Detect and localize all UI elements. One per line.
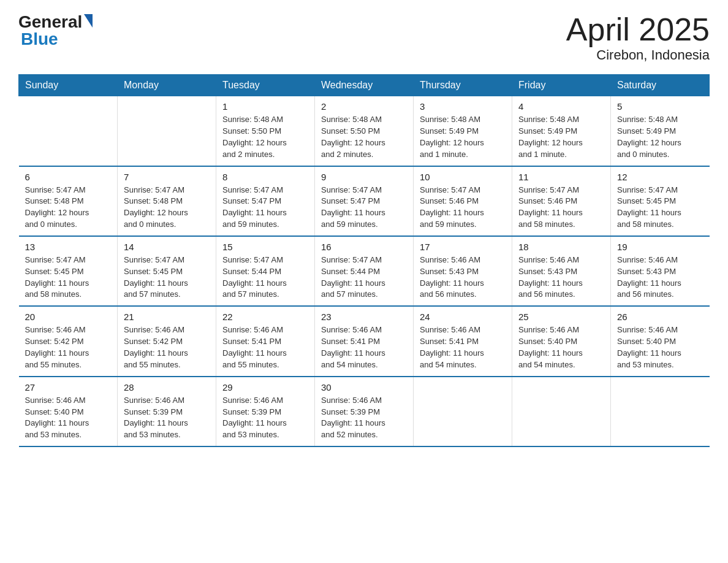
calendar-cell: 19Sunrise: 5:46 AM Sunset: 5:43 PM Dayli… <box>611 236 710 306</box>
calendar-cell: 28Sunrise: 5:46 AM Sunset: 5:39 PM Dayli… <box>118 377 216 446</box>
day-info: Sunrise: 5:47 AM Sunset: 5:44 PM Dayligh… <box>222 255 308 301</box>
calendar-cell: 24Sunrise: 5:46 AM Sunset: 5:41 PM Dayli… <box>414 306 512 376</box>
title-block: April 2025 Cirebon, Indonesia <box>566 12 710 63</box>
day-info: Sunrise: 5:47 AM Sunset: 5:47 PM Dayligh… <box>222 185 308 231</box>
day-info: Sunrise: 5:46 AM Sunset: 5:41 PM Dayligh… <box>420 324 506 370</box>
day-number: 9 <box>321 172 407 182</box>
day-info: Sunrise: 5:47 AM Sunset: 5:45 PM Dayligh… <box>25 255 112 301</box>
day-of-week-header: Monday <box>118 75 216 96</box>
calendar-cell: 5Sunrise: 5:48 AM Sunset: 5:49 PM Daylig… <box>611 96 710 166</box>
page-header: General Blue April 2025 Cirebon, Indones… <box>18 12 710 63</box>
day-number: 19 <box>617 242 703 252</box>
day-info: Sunrise: 5:47 AM Sunset: 5:48 PM Dayligh… <box>25 185 112 231</box>
day-info: Sunrise: 5:48 AM Sunset: 5:50 PM Dayligh… <box>321 114 407 160</box>
calendar-cell: 20Sunrise: 5:46 AM Sunset: 5:42 PM Dayli… <box>19 306 118 376</box>
day-info: Sunrise: 5:46 AM Sunset: 5:40 PM Dayligh… <box>518 324 604 370</box>
day-number: 3 <box>420 101 506 112</box>
day-of-week-header: Wednesday <box>315 75 414 96</box>
day-of-week-header: Sunday <box>19 75 118 96</box>
calendar-cell: 23Sunrise: 5:46 AM Sunset: 5:41 PM Dayli… <box>315 306 414 376</box>
calendar-week-row: 13Sunrise: 5:47 AM Sunset: 5:45 PM Dayli… <box>19 236 710 306</box>
day-info: Sunrise: 5:48 AM Sunset: 5:49 PM Dayligh… <box>617 114 703 160</box>
calendar-cell: 30Sunrise: 5:46 AM Sunset: 5:39 PM Dayli… <box>315 377 414 446</box>
day-number: 23 <box>321 312 407 322</box>
day-number: 17 <box>420 242 506 252</box>
day-info: Sunrise: 5:47 AM Sunset: 5:48 PM Dayligh… <box>124 185 210 231</box>
day-number: 26 <box>617 312 703 322</box>
calendar-cell: 27Sunrise: 5:46 AM Sunset: 5:40 PM Dayli… <box>19 377 118 446</box>
day-number: 22 <box>222 312 308 322</box>
day-number: 20 <box>25 312 112 322</box>
day-of-week-header: Friday <box>512 75 611 96</box>
day-info: Sunrise: 5:46 AM Sunset: 5:40 PM Dayligh… <box>617 324 703 370</box>
calendar-week-row: 20Sunrise: 5:46 AM Sunset: 5:42 PM Dayli… <box>19 306 710 376</box>
day-of-week-header: Thursday <box>414 75 512 96</box>
day-number: 8 <box>222 172 308 182</box>
calendar-cell <box>414 377 512 446</box>
day-info: Sunrise: 5:46 AM Sunset: 5:39 PM Dayligh… <box>124 395 210 441</box>
calendar-cell <box>611 377 710 446</box>
calendar-cell <box>512 377 611 446</box>
calendar-table: SundayMondayTuesdayWednesdayThursdayFrid… <box>18 74 710 447</box>
day-number: 10 <box>420 172 506 182</box>
day-number: 27 <box>25 382 112 393</box>
calendar-cell: 26Sunrise: 5:46 AM Sunset: 5:40 PM Dayli… <box>611 306 710 376</box>
day-info: Sunrise: 5:48 AM Sunset: 5:50 PM Dayligh… <box>222 114 308 160</box>
calendar-cell: 15Sunrise: 5:47 AM Sunset: 5:44 PM Dayli… <box>216 236 315 306</box>
calendar-cell: 29Sunrise: 5:46 AM Sunset: 5:39 PM Dayli… <box>216 377 315 446</box>
day-info: Sunrise: 5:46 AM Sunset: 5:41 PM Dayligh… <box>222 324 308 370</box>
logo-blue-text: Blue <box>21 29 58 48</box>
day-number: 4 <box>518 101 604 112</box>
calendar-cell: 6Sunrise: 5:47 AM Sunset: 5:48 PM Daylig… <box>19 166 118 236</box>
day-number: 25 <box>518 312 604 322</box>
day-number: 30 <box>321 382 407 393</box>
calendar-cell: 7Sunrise: 5:47 AM Sunset: 5:48 PM Daylig… <box>118 166 216 236</box>
day-info: Sunrise: 5:46 AM Sunset: 5:40 PM Dayligh… <box>25 395 112 441</box>
day-number: 5 <box>617 101 703 112</box>
calendar-cell: 22Sunrise: 5:46 AM Sunset: 5:41 PM Dayli… <box>216 306 315 376</box>
calendar-cell: 11Sunrise: 5:47 AM Sunset: 5:46 PM Dayli… <box>512 166 611 236</box>
day-info: Sunrise: 5:47 AM Sunset: 5:45 PM Dayligh… <box>617 185 703 231</box>
day-number: 29 <box>222 382 308 393</box>
day-info: Sunrise: 5:47 AM Sunset: 5:46 PM Dayligh… <box>420 185 506 231</box>
day-number: 13 <box>25 242 112 252</box>
logo: General Blue <box>18 12 93 49</box>
day-info: Sunrise: 5:46 AM Sunset: 5:41 PM Dayligh… <box>321 324 407 370</box>
day-number: 2 <box>321 101 407 112</box>
logo-triangle-icon <box>84 14 93 28</box>
calendar-cell: 16Sunrise: 5:47 AM Sunset: 5:44 PM Dayli… <box>315 236 414 306</box>
day-number: 28 <box>124 382 210 393</box>
calendar-cell: 14Sunrise: 5:47 AM Sunset: 5:45 PM Dayli… <box>118 236 216 306</box>
days-of-week-row: SundayMondayTuesdayWednesdayThursdayFrid… <box>19 75 710 96</box>
calendar-cell: 18Sunrise: 5:46 AM Sunset: 5:43 PM Dayli… <box>512 236 611 306</box>
calendar-cell: 3Sunrise: 5:48 AM Sunset: 5:49 PM Daylig… <box>414 96 512 166</box>
day-number: 21 <box>124 312 210 322</box>
calendar-header: SundayMondayTuesdayWednesdayThursdayFrid… <box>19 75 710 96</box>
day-number: 16 <box>321 242 407 252</box>
calendar-cell: 9Sunrise: 5:47 AM Sunset: 5:47 PM Daylig… <box>315 166 414 236</box>
calendar-cell: 10Sunrise: 5:47 AM Sunset: 5:46 PM Dayli… <box>414 166 512 236</box>
day-info: Sunrise: 5:46 AM Sunset: 5:42 PM Dayligh… <box>25 324 112 370</box>
day-number: 14 <box>124 242 210 252</box>
calendar-cell <box>19 96 118 166</box>
day-number: 24 <box>420 312 506 322</box>
day-number: 7 <box>124 172 210 182</box>
calendar-week-row: 27Sunrise: 5:46 AM Sunset: 5:40 PM Dayli… <box>19 377 710 446</box>
calendar-cell: 2Sunrise: 5:48 AM Sunset: 5:50 PM Daylig… <box>315 96 414 166</box>
day-number: 15 <box>222 242 308 252</box>
page-title: April 2025 <box>566 12 710 47</box>
day-number: 12 <box>617 172 703 182</box>
day-info: Sunrise: 5:47 AM Sunset: 5:44 PM Dayligh… <box>321 255 407 301</box>
calendar-cell: 12Sunrise: 5:47 AM Sunset: 5:45 PM Dayli… <box>611 166 710 236</box>
day-info: Sunrise: 5:46 AM Sunset: 5:39 PM Dayligh… <box>222 395 308 441</box>
day-info: Sunrise: 5:46 AM Sunset: 5:42 PM Dayligh… <box>124 324 210 370</box>
calendar-week-row: 6Sunrise: 5:47 AM Sunset: 5:48 PM Daylig… <box>19 166 710 236</box>
calendar-cell <box>118 96 216 166</box>
day-info: Sunrise: 5:46 AM Sunset: 5:43 PM Dayligh… <box>420 255 506 301</box>
day-of-week-header: Saturday <box>611 75 710 96</box>
day-info: Sunrise: 5:46 AM Sunset: 5:39 PM Dayligh… <box>321 395 407 441</box>
calendar-cell: 17Sunrise: 5:46 AM Sunset: 5:43 PM Dayli… <box>414 236 512 306</box>
calendar-week-row: 1Sunrise: 5:48 AM Sunset: 5:50 PM Daylig… <box>19 96 710 166</box>
day-info: Sunrise: 5:48 AM Sunset: 5:49 PM Dayligh… <box>518 114 604 160</box>
day-info: Sunrise: 5:47 AM Sunset: 5:46 PM Dayligh… <box>518 185 604 231</box>
